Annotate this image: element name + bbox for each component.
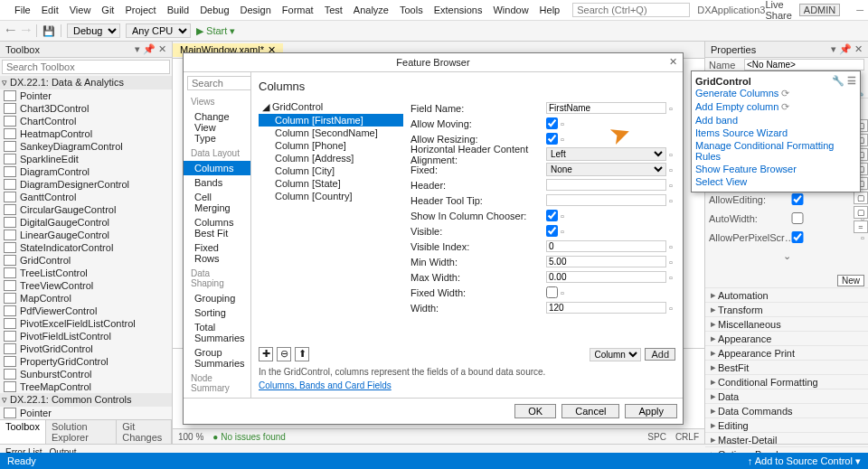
prop-category[interactable]: ▸Data Commands [705,403,868,417]
expand-all-icon[interactable]: ⌄ [705,247,868,266]
prop-category[interactable]: ▸Data [705,389,868,403]
prop-select[interactable]: None [546,163,666,176]
menu-format[interactable]: Format [277,3,319,17]
menu-build[interactable]: Build [162,3,194,17]
prop-select[interactable]: Left [546,147,666,161]
prop-category[interactable]: ▸Appearance [705,331,868,345]
menu-tools[interactable]: Tools [394,3,429,17]
prop-marker-icon[interactable]: ▫ [861,232,864,243]
platform-select[interactable]: Any CPU [126,23,191,38]
nav-item[interactable]: Cell Merging [184,190,250,215]
add-type-select[interactable]: Column [590,348,641,361]
toolbox-group[interactable]: ▿ DX.22.1: Data & Analytics [0,76,172,89]
smart-tag-link[interactable]: Show Feature Browser [695,163,856,175]
smart-tag-link[interactable]: Generate Columns ⟳ [695,87,856,100]
menu-analyze[interactable]: Analyze [348,3,394,17]
prop-category[interactable]: ▸Conditional Formatting [705,374,868,389]
menu-view[interactable]: View [64,3,97,17]
nav-item[interactable]: Bands [184,175,250,190]
line-ending[interactable]: CRLF [675,432,699,442]
dock-tab[interactable]: Git Changes [117,420,172,444]
smart-tag-link[interactable]: Add Empty column ⟳ [695,100,856,114]
menu-project[interactable]: Project [119,3,161,17]
dock-tab[interactable]: Solution Explorer [46,420,117,444]
menu-debug[interactable]: Debug [194,3,234,17]
prop-category[interactable]: ▸Transform [705,302,868,316]
toolbox-item[interactable]: TreeViewControl [0,279,172,292]
toolbox-item[interactable]: PivotExcelFieldListControl [0,317,172,330]
remove-item-icon[interactable]: ⊖ [277,347,291,361]
prop-marker-icon[interactable]: ▫ [558,118,567,129]
tree-item[interactable]: Column [Phone] [259,139,403,152]
prop-marker-icon[interactable]: ▫ [666,272,675,283]
toolbox-item[interactable]: CircularGaugeControl [0,203,172,216]
toolbox-item[interactable]: DigitalGaugeControl [0,216,172,229]
prop-category[interactable]: ▸BestFit [705,360,868,374]
prop-checkbox[interactable] [779,212,816,224]
dock-tab[interactable]: Toolbox [0,420,46,444]
prop-category[interactable]: ▸Automation [705,287,868,302]
toolbox-item[interactable]: PivotGridControl [0,342,172,355]
prop-marker-icon[interactable]: ▫ [666,103,675,114]
menu-file[interactable]: File [9,3,36,17]
prop-input[interactable] [546,302,666,314]
tree-item[interactable]: Column [City] [259,164,403,177]
nav-item[interactable]: Sorting [184,305,250,320]
tree-root[interactable]: ◢ GridControl [259,100,403,114]
toolbox-item[interactable]: HeatmapControl [0,127,172,140]
smart-tag-link[interactable]: Manage Conditional Formatting Rules [695,139,856,163]
toolbox-item[interactable]: DiagramControl [0,165,172,178]
toolbox-item[interactable]: SunburstControl [0,368,172,380]
prop-input[interactable] [546,271,666,283]
pin-icon[interactable]: ▾ 📌 ✕ [135,43,166,55]
nav-item[interactable]: Columns Best Fit [184,215,250,240]
cancel-button[interactable]: Cancel [561,404,619,418]
prop-category[interactable]: ▸Appearance Print [705,345,868,360]
prop-marker-icon[interactable]: ▫ [666,241,675,252]
nav-item[interactable]: Columns [184,161,250,175]
prop-marker-icon[interactable]: ▫ [666,303,675,314]
zoom-level[interactable]: 100 % [178,432,203,442]
prop-marker-icon[interactable]: ▫ [558,134,567,145]
start-button[interactable]: ▶ Start ▾ [196,25,235,37]
tree-item[interactable]: Column [State] [259,177,403,190]
prop-marker-icon[interactable]: ▫ [666,149,675,160]
toolbox-item[interactable]: LinearGaugeControl [0,229,172,241]
ok-button[interactable]: OK [514,404,556,418]
prop-checkbox[interactable] [546,210,558,221]
menu-git[interactable]: Git [96,3,119,17]
menu-help[interactable]: Help [534,3,566,17]
prop-marker-icon[interactable]: ▫ [666,164,675,175]
prop-input[interactable] [546,256,666,267]
smart-tag-link[interactable]: Items Source Wizard [695,127,856,139]
prop-input[interactable] [546,240,666,252]
apply-button[interactable]: Apply [625,404,677,418]
toolbox-item[interactable]: GanttControl [0,191,172,203]
dialog-search-input[interactable] [187,76,251,90]
indent-mode[interactable]: SPC [647,432,666,442]
menu-extensions[interactable]: Extensions [429,3,488,17]
prop-input[interactable] [546,194,666,206]
prop-checkbox[interactable] [546,133,558,145]
add-item-icon[interactable]: ✚ [259,347,273,361]
dialog-close-icon[interactable]: ✕ [669,56,677,68]
prop-checkbox[interactable] [546,225,558,237]
toolbox-item[interactable]: Pointer [0,407,172,419]
nav-back-icon[interactable]: ⭠ [5,25,15,36]
prop-input[interactable] [546,102,666,114]
tree-item[interactable]: Column [FirstName] [259,114,403,127]
nav-item[interactable]: Fixed Rows [184,240,250,266]
tree-item[interactable]: Column [Address] [259,152,403,164]
prop-marker-icon[interactable]: ▫ [666,257,675,267]
prop-marker-icon[interactable]: ▫ [558,211,567,221]
prop-input[interactable] [546,179,666,191]
smart-tag-link[interactable]: Add band [695,114,856,127]
toolbox-item[interactable]: Chart3DControl [0,102,172,115]
prop-marker-icon[interactable]: ▫ [558,226,567,237]
menu-design[interactable]: Design [235,3,277,17]
nav-fwd-icon[interactable]: ⭢ [21,25,31,36]
prop-marker-icon[interactable]: ▫ [666,180,675,191]
menu-test[interactable]: Test [319,3,348,17]
save-icon[interactable]: 💾 [42,25,55,37]
toolbox-search-input[interactable] [2,60,170,74]
